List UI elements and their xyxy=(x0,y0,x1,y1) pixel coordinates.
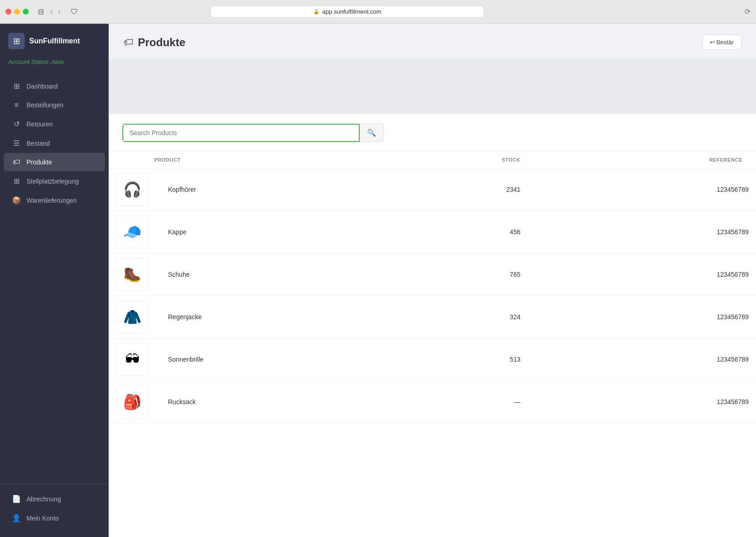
sidebar-logo: ⊞ SunFulfillment xyxy=(0,24,109,58)
product-name: Kappe xyxy=(163,228,186,236)
table-row[interactable]: 🥾 Schuhe 765 123456789 xyxy=(109,253,756,296)
sidebar-item-bestand[interactable]: ☰ Bestand xyxy=(4,134,105,153)
search-input-wrapper xyxy=(122,124,360,142)
product-name: Rucksack xyxy=(163,398,196,405)
reload-button[interactable]: ⟳ xyxy=(745,7,751,16)
produkte-icon: 🏷 xyxy=(12,158,21,166)
sidebar-item-label: Abrechnung xyxy=(26,495,61,503)
sidebar-item-bestellungen[interactable]: ≡ Bestellungen xyxy=(4,96,105,114)
sidebar-item-warenlieferungen[interactable]: 📦 Warenlieferungen xyxy=(4,191,105,210)
product-name: Sonnenbrille xyxy=(163,356,204,363)
product-name-cell: Kappe xyxy=(156,211,387,253)
sidebar-item-label: Dashboard xyxy=(26,83,58,90)
banner-area xyxy=(109,59,756,114)
sidebar-item-label: Stellplatzbelegung xyxy=(26,178,79,185)
close-button[interactable] xyxy=(5,9,11,15)
col-header-reference: REFERENCE xyxy=(528,152,756,168)
warenlieferungen-icon: 📦 xyxy=(12,196,21,205)
abrechnung-icon: 📄 xyxy=(12,495,21,503)
col-header-product: PRODUCT xyxy=(109,152,387,168)
sidebar-item-mein-konto[interactable]: 👤 Mein Konto xyxy=(4,509,105,527)
product-name-cell: Sonnenbrille xyxy=(156,338,387,381)
dashboard-icon: ⊞ xyxy=(12,82,21,90)
browser-chrome: ⊟ ‹ › 🛡 🔒 app.sunfulfillment.com ⟳ xyxy=(0,0,756,24)
search-container: 🔍 xyxy=(109,114,756,151)
sidebar-item-produkte[interactable]: 🏷 Produkte xyxy=(4,153,105,171)
sidebar-toggle-icon[interactable]: ⊟ xyxy=(38,7,44,16)
logo-symbol: ⊞ xyxy=(13,36,20,46)
maximize-button[interactable] xyxy=(23,9,29,15)
sidebar-item-label: Produkte xyxy=(26,158,52,166)
sidebar-item-label: Warenlieferungen xyxy=(26,197,77,204)
product-name-cell: Rucksack xyxy=(156,381,387,423)
back-button[interactable]: ‹ xyxy=(48,7,54,17)
search-input[interactable] xyxy=(123,125,359,141)
product-name: Schuhe xyxy=(163,271,189,278)
product-stock-cell: 765 xyxy=(387,253,528,296)
traffic-lights xyxy=(5,9,29,15)
product-name-cell: Schuhe xyxy=(156,253,387,296)
address-bar-container: 🔒 app.sunfulfillment.com xyxy=(210,5,484,18)
page-title: Produkte xyxy=(138,36,185,49)
sidebar-item-dashboard[interactable]: ⊞ Dashboard xyxy=(4,77,105,95)
logo-icon: ⊞ xyxy=(8,33,25,49)
page-header: 🏷 Produkte ↩ Bestär xyxy=(109,24,756,59)
product-image: 🎧 xyxy=(116,173,149,206)
main-content: 🏷 Produkte ↩ Bestär 🔍 PR xyxy=(109,24,756,537)
sidebar-item-label: Bestellungen xyxy=(26,101,63,109)
page-title-section: 🏷 Produkte xyxy=(123,36,185,49)
product-image: 🧥 xyxy=(116,300,149,333)
table-row[interactable]: 🎧 Kopfhörer 2341 123456789 xyxy=(109,168,756,211)
minimize-button[interactable] xyxy=(14,9,20,15)
table-row[interactable]: 🧢 Kappe 456 123456789 xyxy=(109,211,756,253)
forward-button[interactable]: › xyxy=(56,7,62,17)
product-stock-cell: 456 xyxy=(387,211,528,253)
product-image-cell: 🥾 xyxy=(109,253,156,296)
search-icon: 🔍 xyxy=(367,129,376,137)
account-status: Account Status: Aktiv xyxy=(0,58,109,73)
sidebar-item-retouren[interactable]: ↺ Retouren xyxy=(4,115,105,133)
product-stock-cell: — xyxy=(387,381,528,423)
stellplatz-icon: ⊞ xyxy=(12,177,21,185)
url-text: app.sunfulfillment.com xyxy=(322,8,381,15)
product-reference-cell: 123456789 xyxy=(528,296,756,338)
app-layout: ⊞ SunFulfillment Account Status: Aktiv ⊞… xyxy=(0,24,756,537)
products-table: PRODUCT STOCK REFERENCE 🎧 Kopfhörer 2341… xyxy=(109,151,756,423)
sidebar-item-abrechnung[interactable]: 📄 Abrechnung xyxy=(4,490,105,508)
sidebar-item-label: Mein Konto xyxy=(26,515,59,522)
sidebar-nav: ⊞ Dashboard ≡ Bestellungen ↺ Retouren ☰ … xyxy=(0,73,109,483)
product-name-cell: Kopfhörer xyxy=(156,168,387,211)
table-row[interactable]: 🕶 Sonnenbrille 513 123456789 xyxy=(109,338,756,381)
product-reference-cell: 123456789 xyxy=(528,338,756,381)
product-image: 🥾 xyxy=(116,258,149,291)
products-section: 🔍 PRODUCT STOCK REFERENCE 🎧 Kopfhörer xyxy=(109,114,756,537)
product-stock-cell: 324 xyxy=(387,296,528,338)
sidebar-item-stellplatzbelegung[interactable]: ⊞ Stellplatzbelegung xyxy=(4,172,105,190)
product-name: Kopfhörer xyxy=(163,186,196,193)
product-stock-cell: 513 xyxy=(387,338,528,381)
product-reference-cell: 123456789 xyxy=(528,253,756,296)
col-header-stock: STOCK xyxy=(387,152,528,168)
product-image: 🕶 xyxy=(116,343,149,376)
product-image-cell: 🎧 xyxy=(109,168,156,211)
product-image-cell: 🧥 xyxy=(109,296,156,338)
retouren-icon: ↺ xyxy=(12,120,21,128)
product-reference-cell: 123456789 xyxy=(528,168,756,211)
mein-konto-icon: 👤 xyxy=(12,514,21,522)
product-name: Regenjacke xyxy=(163,313,202,321)
product-reference-cell: 123456789 xyxy=(528,381,756,423)
table-row[interactable]: 🧥 Regenjacke 324 123456789 xyxy=(109,296,756,338)
product-reference-cell: 123456789 xyxy=(528,211,756,253)
product-image-cell: 🧢 xyxy=(109,211,156,253)
bestand-icon: ☰ xyxy=(12,139,21,147)
bestellungen-icon: ≡ xyxy=(12,101,21,109)
shield-icon: 🛡 xyxy=(71,8,78,16)
table-header: PRODUCT STOCK REFERENCE xyxy=(109,152,756,168)
product-image-cell: 🕶 xyxy=(109,338,156,381)
address-bar[interactable]: 🔒 app.sunfulfillment.com xyxy=(210,5,484,18)
table-row[interactable]: 🎒 Rucksack — 123456789 xyxy=(109,381,756,423)
search-button[interactable]: 🔍 xyxy=(360,123,384,142)
product-image: 🎒 xyxy=(116,385,149,418)
product-image-cell: 🎒 xyxy=(109,381,156,423)
bestand-button[interactable]: ↩ Bestär xyxy=(702,35,741,50)
